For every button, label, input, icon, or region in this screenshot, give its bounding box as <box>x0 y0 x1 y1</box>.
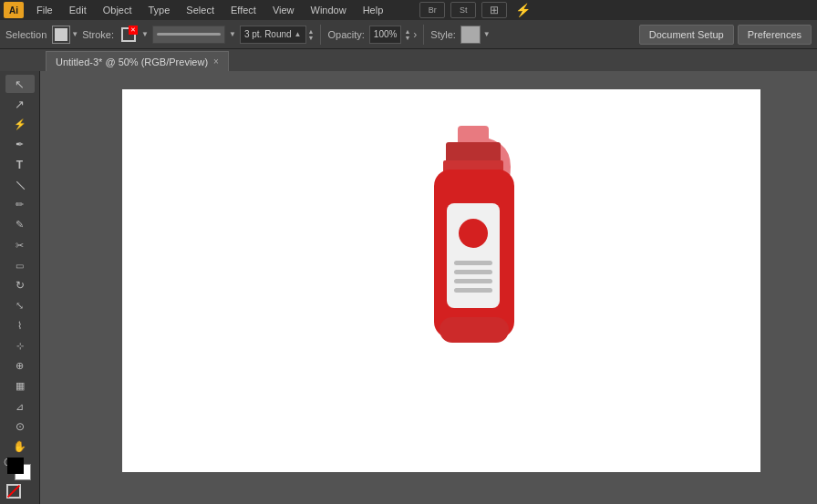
free-transform-icon: ⊹ <box>16 341 24 351</box>
app-logo: Ai <box>4 2 24 18</box>
free-transform-button[interactable]: ⊹ <box>5 337 35 355</box>
zoom-icon: ⊙ <box>16 420 25 433</box>
gpu-icon[interactable]: ⚡ <box>512 2 533 18</box>
stroke-preview-arrow[interactable]: ▼ <box>229 30 236 38</box>
menu-object[interactable]: Object <box>96 3 140 17</box>
pencil-icon: ✎ <box>16 219 24 231</box>
menu-select[interactable]: Select <box>179 3 222 17</box>
rotate-tool-button[interactable]: ↻ <box>5 276 35 294</box>
tab-title: Untitled-3* @ 50% (RGB/Preview) <box>56 57 208 67</box>
type-icon: T <box>16 159 23 171</box>
pencil-tool-button[interactable]: ✎ <box>5 216 35 234</box>
svg-rect-8 <box>454 261 492 265</box>
style-dropdown-arrow[interactable]: ▼ <box>483 30 491 38</box>
stroke-size-value: 3 pt. Round <box>244 29 292 39</box>
warp-icon: ⌇ <box>17 320 22 332</box>
rotate-icon: ↻ <box>16 279 25 292</box>
divider-2 <box>423 25 424 45</box>
tab-bar: Untitled-3* @ 50% (RGB/Preview) × <box>0 49 817 71</box>
opacity-label: Opacity: <box>327 29 364 40</box>
main-area: ↖ ↗ ⚡ ✒ T | ✏ ✎ ✂ ▭ ↻ ⤡ <box>0 71 817 504</box>
stroke-dropdown-arrow[interactable]: ▼ <box>141 30 149 38</box>
fill-swatch-group[interactable]: ▼ <box>52 26 78 44</box>
line-icon: | <box>14 179 26 190</box>
paintbrush-tool-button[interactable]: ✏ <box>5 196 35 214</box>
stroke-color-box[interactable]: ✕ <box>119 26 138 44</box>
opacity-input-box[interactable]: 100% <box>369 26 402 44</box>
arrange-icon[interactable]: ⊞ <box>481 2 507 18</box>
menu-edit[interactable]: Edit <box>62 3 94 17</box>
fill-dropdown-arrow[interactable]: ▼ <box>71 30 78 38</box>
eraser-tool-button[interactable]: ▭ <box>5 256 35 274</box>
divider-1 <box>320 25 321 45</box>
eyedropper-icon: ⊿ <box>16 401 24 413</box>
foreground-color-swatch[interactable] <box>7 458 24 474</box>
stroke-line <box>157 33 221 36</box>
document-setup-button[interactable]: Document Setup <box>639 25 734 45</box>
fill-color-swatch[interactable] <box>52 26 70 44</box>
style-swatch[interactable] <box>460 26 481 44</box>
opacity-chevron[interactable]: › <box>413 28 417 41</box>
opacity-section: Opacity: 100% ▲ ▼ › <box>327 26 417 44</box>
opacity-up-arrow[interactable]: ▲ <box>404 28 410 35</box>
bridge-icon[interactable]: Br <box>419 2 445 18</box>
opacity-down-arrow[interactable]: ▼ <box>404 35 410 41</box>
warp-tool-button[interactable]: ⌇ <box>5 317 35 335</box>
svg-rect-9 <box>454 270 492 274</box>
direct-selection-tool-button[interactable]: ↗ <box>5 95 35 113</box>
paintbrush-icon: ✏ <box>16 199 24 211</box>
tab-close-button[interactable]: × <box>213 57 219 67</box>
app-icons-group: Br St ⊞ ⚡ <box>419 2 533 18</box>
hand-icon: ✋ <box>13 440 26 453</box>
bottle-illustration <box>396 108 551 374</box>
pen-icon: ✒ <box>16 139 24 150</box>
stroke-size-input-box[interactable]: 3 pt. Round ▲ <box>240 26 306 44</box>
stroke-dropdown-group[interactable]: ▼ <box>141 30 149 38</box>
opacity-value: 100% <box>374 29 398 39</box>
menu-effect[interactable]: Effect <box>223 3 264 17</box>
toolbar: Selection ▼ Stroke: ✕ ▼ ▼ 3 pt. Round ▲ … <box>0 20 817 49</box>
line-tool-button[interactable]: | <box>5 176 35 194</box>
menu-type[interactable]: Type <box>141 3 178 17</box>
svg-rect-11 <box>454 288 492 293</box>
scissors-icon: ✂ <box>16 240 24 252</box>
shape-builder-button[interactable]: ⊕ <box>5 357 35 375</box>
none-color-indicator[interactable] <box>6 484 34 499</box>
magic-wand-icon: ⚡ <box>14 118 26 130</box>
preferences-button[interactable]: Preferences <box>738 25 812 45</box>
stroke-size-group: 3 pt. Round ▲ ▲ ▼ <box>240 26 315 44</box>
selection-tool-icon: ↖ <box>15 77 25 91</box>
menu-bar: Ai File Edit Object Type Select Effect V… <box>0 0 817 20</box>
hand-tool-button[interactable]: ✋ <box>5 437 35 456</box>
zoom-tool-button[interactable]: ⊙ <box>5 417 35 436</box>
menu-help[interactable]: Help <box>356 3 391 17</box>
type-tool-button[interactable]: T <box>5 156 35 174</box>
menu-window[interactable]: Window <box>304 3 354 17</box>
stroke-indicator: ✕ <box>119 26 138 44</box>
stroke-up-arrow[interactable]: ▲ <box>308 28 315 35</box>
scale-tool-button[interactable]: ⤡ <box>5 296 35 314</box>
menu-file[interactable]: File <box>29 3 60 17</box>
graph-tool-button[interactable]: ▦ <box>5 377 35 396</box>
opacity-arrows: ▲ ▼ <box>404 28 410 41</box>
selection-tool-button[interactable]: ↖ <box>5 75 35 93</box>
pen-tool-button[interactable]: ✒ <box>5 135 35 153</box>
graph-icon: ▦ <box>16 380 25 392</box>
shape-builder-icon: ⊕ <box>16 360 24 372</box>
direct-selection-icon: ↗ <box>15 98 25 111</box>
scissors-tool-button[interactable]: ✂ <box>5 236 35 254</box>
stock-icon[interactable]: St <box>450 2 476 18</box>
document-tab[interactable]: Untitled-3* @ 50% (RGB/Preview) × <box>46 51 229 71</box>
stroke-preview <box>152 26 225 44</box>
left-toolbar: ↖ ↗ ⚡ ✒ T | ✏ ✎ ✂ ▭ ↻ ⤡ <box>0 71 40 504</box>
stroke-down-arrow[interactable]: ▼ <box>308 35 315 41</box>
eyedropper-button[interactable]: ⊿ <box>5 397 35 416</box>
svg-rect-5 <box>440 317 509 343</box>
canvas-area[interactable] <box>40 71 817 504</box>
svg-point-7 <box>459 219 488 248</box>
stroke-label: Stroke: <box>82 29 114 40</box>
stroke-size-up-arrow[interactable]: ▲ <box>295 30 302 38</box>
style-section: Style: ▼ <box>430 26 490 44</box>
magic-wand-tool-button[interactable]: ⚡ <box>5 115 35 133</box>
menu-view[interactable]: View <box>265 3 302 17</box>
